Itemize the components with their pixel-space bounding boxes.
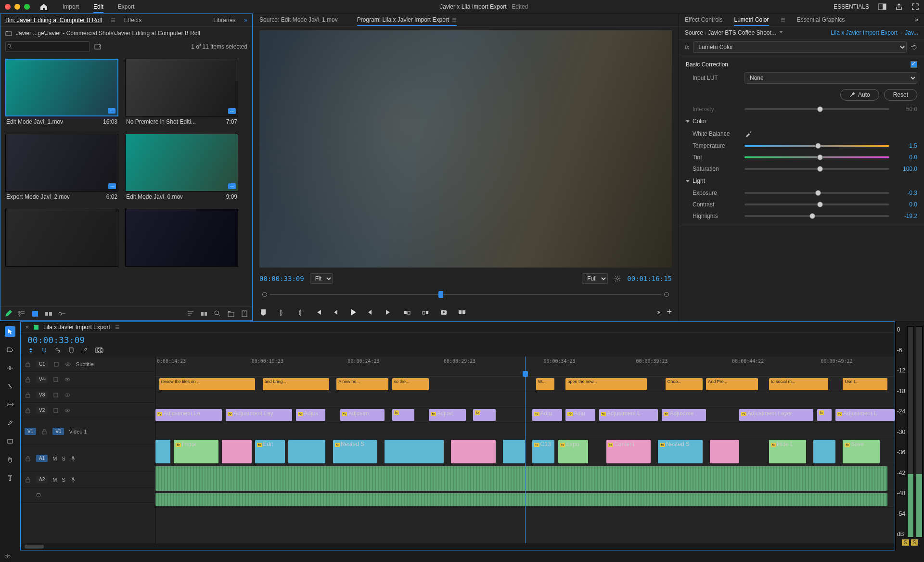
exposure-value[interactable]: -0.3 <box>893 190 917 196</box>
sync-lock-icon[interactable] <box>52 392 59 398</box>
bin-menu-icon[interactable] <box>111 18 116 23</box>
home-icon[interactable] <box>39 3 48 11</box>
caption-clip[interactable]: And Pre... <box>706 378 758 390</box>
solo-left[interactable]: S <box>902 539 909 546</box>
lock-icon[interactable] <box>25 376 31 383</box>
sequence-name[interactable]: Lila x Javier Import Export <box>43 324 110 331</box>
caption-clip[interactable]: Use t... <box>843 378 887 390</box>
solo-right[interactable]: S <box>911 539 918 546</box>
chevron-down-icon[interactable] <box>779 31 783 33</box>
reset-button[interactable]: Reset <box>884 89 917 101</box>
eye-icon[interactable] <box>64 376 71 383</box>
color-subsection[interactable]: Color <box>686 115 917 128</box>
tab-bin[interactable]: Bin: Javier Editing at Computer B Roll <box>5 17 102 24</box>
mute-button[interactable]: M <box>52 477 57 483</box>
tab-lumetri-color[interactable]: Lumetri Color <box>734 16 769 26</box>
maximize-window[interactable] <box>24 4 30 10</box>
track-tag[interactable]: V3 <box>36 391 48 398</box>
video-clip[interactable]: fxExpo <box>558 440 588 463</box>
workspace-label[interactable]: ESSENTIALS <box>834 3 869 10</box>
scroll-thumb[interactable] <box>25 545 44 549</box>
eye-icon[interactable] <box>64 361 71 368</box>
clip-item[interactable]: ··· Export Mode Javi_2.mov6:02 <box>5 134 118 202</box>
video-clip[interactable] <box>385 440 444 463</box>
highlights-slider[interactable] <box>744 215 889 217</box>
lock-icon[interactable] <box>25 392 31 398</box>
resolution-select[interactable]: Full <box>582 273 608 284</box>
sync-lock-icon[interactable] <box>52 407 59 414</box>
contrast-slider[interactable] <box>744 204 889 205</box>
seq-close-icon[interactable]: × <box>26 324 29 331</box>
settings-wrench-icon[interactable] <box>81 347 88 354</box>
button-editor-icon[interactable]: + <box>667 307 672 317</box>
close-window[interactable] <box>5 4 11 10</box>
fullscreen-icon[interactable] <box>911 3 919 11</box>
adjustment-clip[interactable]: fxAdjustme <box>662 409 706 421</box>
lock-icon[interactable] <box>41 428 48 435</box>
track-header-v1[interactable]: V1 V1 Video 1 <box>21 418 155 445</box>
clip-item[interactable]: ··· No Premiere in Shot Editi...7:07 <box>125 59 238 127</box>
minimize-window[interactable] <box>14 4 20 10</box>
solo-button[interactable]: S <box>62 456 65 461</box>
video-clip[interactable]: fxNested S <box>658 440 702 463</box>
eye-icon[interactable] <box>64 407 71 414</box>
type-tool[interactable] <box>5 473 15 483</box>
video-clip[interactable]: fxNested S <box>333 440 377 463</box>
track-header-c1[interactable]: C1 Subtitle <box>21 357 155 372</box>
auto-button[interactable]: Auto <box>840 89 879 101</box>
tab-program[interactable]: Program: Lila x Javier Import Export <box>357 16 457 26</box>
lock-icon[interactable] <box>25 455 31 462</box>
mute-button[interactable]: M <box>52 456 57 461</box>
adjustment-clip[interactable]: fxAdjustment La <box>155 409 222 421</box>
caption-clip[interactable]: open the new... <box>565 378 647 390</box>
playhead[interactable] <box>525 357 526 543</box>
tab-effects[interactable]: Effects <box>124 17 141 24</box>
go-to-out-icon[interactable] <box>385 309 393 316</box>
caption-clip[interactable]: to social m... <box>769 378 828 390</box>
video-clip[interactable] <box>288 440 325 463</box>
sync-lock-icon[interactable] <box>53 361 60 368</box>
video-clip[interactable]: fxImpor <box>174 440 218 463</box>
caption-track-icon[interactable]: cc <box>95 347 103 353</box>
caption-clip[interactable]: W... <box>536 378 554 390</box>
icon-view-icon[interactable] <box>31 310 39 318</box>
track-select-tool[interactable] <box>5 345 15 355</box>
voiceover-icon[interactable] <box>70 455 76 462</box>
audio-clip[interactable] <box>155 493 887 506</box>
search-input[interactable] <box>5 41 90 52</box>
timeline-content[interactable]: 0:00:14:23 00:00:19:23 00:00:24:23 00:00… <box>155 357 895 543</box>
track-tag[interactable]: V4 <box>36 376 48 383</box>
panel-expand-icon[interactable]: » <box>244 17 247 24</box>
new-item-icon[interactable] <box>241 310 248 318</box>
track-header-v2[interactable]: V2 <box>21 403 155 418</box>
highlights-value[interactable]: -19.2 <box>893 213 917 219</box>
sort-icon[interactable] <box>187 310 194 318</box>
adjustment-clip[interactable]: fx <box>473 409 495 421</box>
pen-tool[interactable] <box>5 418 15 428</box>
track-header-v3[interactable]: V3 <box>21 387 155 403</box>
scrub-out-icon[interactable] <box>262 292 267 297</box>
track-tag[interactable]: A1 <box>36 455 48 462</box>
snap-icon[interactable] <box>41 347 48 354</box>
seq-menu-icon[interactable] <box>115 325 120 330</box>
video-clip[interactable]: fxEdit <box>255 440 284 463</box>
nav-edit[interactable]: Edit <box>93 3 103 13</box>
clip-item[interactable]: ··· Edit Mode Javi_1.mov16:03 <box>5 59 118 127</box>
track-tag[interactable]: A2 <box>36 476 48 483</box>
scrub-handle[interactable] <box>438 291 443 298</box>
nav-export[interactable]: Export <box>118 3 135 10</box>
track-tag[interactable]: V2 <box>36 407 48 414</box>
caption-clip[interactable]: review the files on ... <box>159 378 256 390</box>
more-transport-icon[interactable]: ›› <box>657 309 659 316</box>
ripple-tool[interactable] <box>5 363 15 373</box>
video-clip[interactable] <box>222 440 251 463</box>
track-tag[interactable]: V1 <box>52 428 64 435</box>
hand-tool[interactable] <box>5 454 15 465</box>
tab-libraries[interactable]: Libraries <box>213 17 235 24</box>
tab-source[interactable]: Source: Edit Mode Javi_1.mov <box>259 16 338 23</box>
voiceover-icon[interactable] <box>70 476 76 483</box>
adjustment-clip[interactable]: fxAdjustment L <box>835 409 895 421</box>
lock-icon[interactable] <box>25 361 31 368</box>
zoom-select[interactable]: Fit <box>310 273 333 284</box>
lock-icon[interactable] <box>25 407 31 414</box>
